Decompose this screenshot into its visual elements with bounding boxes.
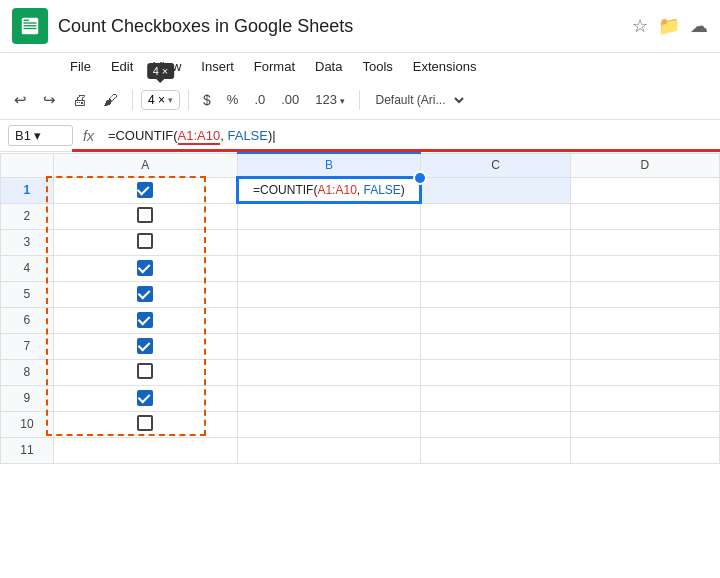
row-num-7: 7	[1, 333, 54, 359]
cell-d5[interactable]	[570, 281, 719, 307]
menu-format[interactable]: Format	[244, 55, 305, 78]
row-num-8: 8	[1, 359, 54, 385]
toolbar-divider-2	[188, 90, 189, 110]
cell-a7[interactable]	[53, 333, 237, 359]
percent-button[interactable]: %	[221, 89, 245, 110]
col-header-d[interactable]: D	[570, 153, 719, 177]
cell-c10[interactable]	[421, 411, 570, 437]
menu-insert[interactable]: Insert	[191, 55, 244, 78]
spreadsheet: A B C D 1 =COUNTIF(A1:A10, FALSE)	[0, 152, 720, 464]
cell-a8[interactable]	[53, 359, 237, 385]
menu-edit[interactable]: Edit	[101, 55, 143, 78]
cell-c9[interactable]	[421, 385, 570, 411]
cell-c6[interactable]	[421, 307, 570, 333]
cell-reference-box[interactable]: B1 ▾	[8, 125, 73, 146]
cell-c2[interactable]	[421, 203, 570, 229]
cell-b6[interactable]	[237, 307, 421, 333]
table-row: 8	[1, 359, 720, 385]
menu-tools[interactable]: Tools	[352, 55, 402, 78]
table-row: 11	[1, 437, 720, 463]
print-button[interactable]: 🖨	[66, 87, 93, 112]
cell-d10[interactable]	[570, 411, 719, 437]
cell-a10[interactable]	[53, 411, 237, 437]
cell-a2[interactable]	[53, 203, 237, 229]
checkbox-a9[interactable]	[137, 390, 153, 406]
grid-body: 1 =COUNTIF(A1:A10, FALSE) 2	[1, 177, 720, 463]
undo-button[interactable]: ↩	[8, 87, 33, 113]
cell-c1[interactable]	[421, 177, 570, 203]
table-row: 2	[1, 203, 720, 229]
col-header-a[interactable]: A	[53, 153, 237, 177]
cell-d4[interactable]	[570, 255, 719, 281]
checkbox-a10[interactable]	[137, 415, 153, 431]
app-icon	[12, 8, 48, 44]
row-num-3: 3	[1, 229, 54, 255]
cell-c3[interactable]	[421, 229, 570, 255]
zoom-control[interactable]: 4 × 4 × ▾	[141, 90, 180, 110]
cell-b11[interactable]	[237, 437, 421, 463]
cell-d2[interactable]	[570, 203, 719, 229]
cell-b3[interactable]	[237, 229, 421, 255]
cell-a1[interactable]	[53, 177, 237, 203]
svg-rect-1	[24, 22, 37, 23]
checkbox-a6[interactable]	[137, 312, 153, 328]
cell-c8[interactable]	[421, 359, 570, 385]
cell-b8[interactable]	[237, 359, 421, 385]
menu-file[interactable]: File	[60, 55, 101, 78]
cell-d11[interactable]	[570, 437, 719, 463]
cell-a5[interactable]	[53, 281, 237, 307]
cell-b5[interactable]	[237, 281, 421, 307]
menu-data[interactable]: Data	[305, 55, 352, 78]
cell-c5[interactable]	[421, 281, 570, 307]
cell-d3[interactable]	[570, 229, 719, 255]
format-paint-button[interactable]: 🖌	[97, 87, 124, 112]
cell-b4[interactable]	[237, 255, 421, 281]
cell-a9[interactable]	[53, 385, 237, 411]
redo-button[interactable]: ↪	[37, 87, 62, 113]
cell-d8[interactable]	[570, 359, 719, 385]
cloud-icon[interactable]: ☁	[690, 15, 708, 37]
row-num-11: 11	[1, 437, 54, 463]
cell-a4[interactable]	[53, 255, 237, 281]
table-row: 4	[1, 255, 720, 281]
cell-a3[interactable]	[53, 229, 237, 255]
more-formats-button[interactable]: 123 ▾	[309, 89, 350, 110]
cell-c11[interactable]	[421, 437, 570, 463]
checkbox-a7[interactable]	[137, 338, 153, 354]
checkbox-a4[interactable]	[137, 260, 153, 276]
checkbox-a8[interactable]	[137, 363, 153, 379]
row-num-4: 4	[1, 255, 54, 281]
fill-handle[interactable]	[413, 171, 427, 185]
checkbox-a5[interactable]	[137, 286, 153, 302]
font-select[interactable]: Default (Ari...	[368, 90, 467, 110]
star-icon[interactable]: ☆	[632, 15, 648, 37]
decimal-dec-button[interactable]: .0	[248, 89, 271, 110]
folder-icon[interactable]: 📁	[658, 15, 680, 37]
cell-b7[interactable]	[237, 333, 421, 359]
cell-b1[interactable]: =COUNTIF(A1:A10, FALSE)	[237, 177, 421, 203]
checkbox-a3[interactable]	[137, 233, 153, 249]
cell-c7[interactable]	[421, 333, 570, 359]
cell-a6[interactable]	[53, 307, 237, 333]
col-header-b[interactable]: B	[237, 153, 421, 177]
table-row: 1 =COUNTIF(A1:A10, FALSE)	[1, 177, 720, 203]
currency-button[interactable]: $	[197, 89, 217, 111]
menu-extensions[interactable]: Extensions	[403, 55, 487, 78]
cell-b9[interactable]	[237, 385, 421, 411]
checkbox-a2[interactable]	[137, 207, 153, 223]
row-num-5: 5	[1, 281, 54, 307]
cell-d7[interactable]	[570, 333, 719, 359]
cell-b2[interactable]	[237, 203, 421, 229]
decimal-inc-button[interactable]: .00	[275, 89, 305, 110]
cell-d1[interactable]	[570, 177, 719, 203]
checkbox-a1[interactable]	[137, 182, 153, 198]
toolbar-divider-1	[132, 90, 133, 110]
col-header-c[interactable]: C	[421, 153, 570, 177]
cell-d9[interactable]	[570, 385, 719, 411]
title-bar: Count Checkboxes in Google Sheets ☆ 📁 ☁	[0, 0, 720, 53]
cell-d6[interactable]	[570, 307, 719, 333]
cell-a11[interactable]	[53, 437, 237, 463]
cell-b10[interactable]	[237, 411, 421, 437]
cell-c4[interactable]	[421, 255, 570, 281]
formula-input[interactable]: =COUNTIF(A1:A10, FALSE)|	[104, 126, 712, 145]
